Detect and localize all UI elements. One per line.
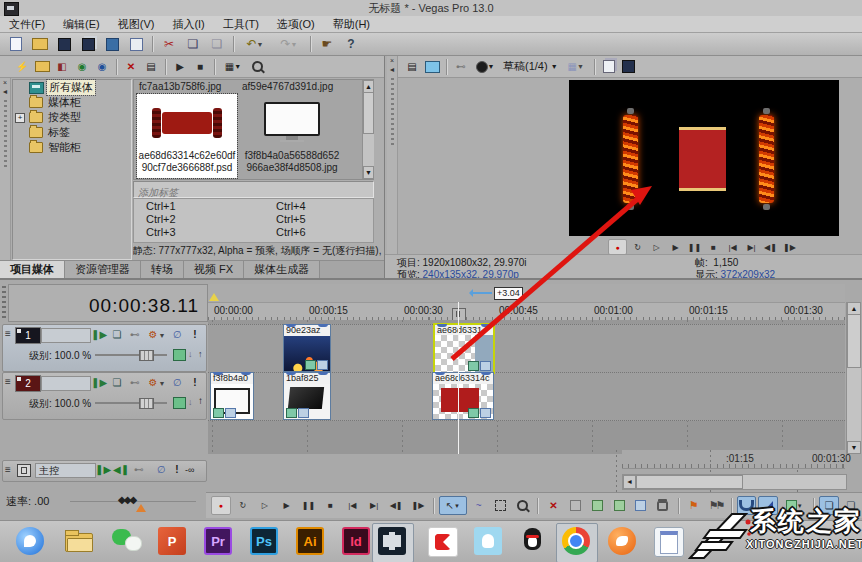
taskbar-chrome-icon[interactable] xyxy=(562,527,592,557)
solo-button[interactable]: ! xyxy=(169,463,185,476)
shortcut-item[interactable]: Ctrl+3 xyxy=(146,226,256,239)
compositing-mode-icon[interactable]: ❚▶ xyxy=(91,376,107,389)
preview-media-stop-button[interactable]: ■ xyxy=(191,59,209,75)
track-2-name-field[interactable] xyxy=(41,376,91,391)
zoom-tool-button[interactable] xyxy=(513,496,533,515)
tree-item-tags[interactable]: 标签 xyxy=(13,125,131,140)
track-1-level-slider[interactable] xyxy=(95,354,167,356)
taskbar-photoshop-icon[interactable]: Ps xyxy=(250,527,280,557)
marker-lane[interactable]: +3.04 xyxy=(208,284,845,302)
tree-item-media-bins[interactable]: 媒体柜 xyxy=(13,95,131,110)
tree-item-all-media[interactable]: 所有媒体 xyxy=(13,80,131,95)
go-to-start-button[interactable]: |◀ xyxy=(342,496,362,515)
taskbar-orange-browser-icon[interactable] xyxy=(608,527,638,557)
track-fx-plug-icon[interactable]: ⊷ xyxy=(127,328,143,341)
time-ruler[interactable]: 00:00:00 00:00:15 00:00:30 00:00:45 00:0… xyxy=(208,302,845,322)
mute-button[interactable]: ∅ xyxy=(169,328,185,341)
shortcut-item[interactable]: Ctrl+2 xyxy=(146,213,256,226)
event-fx-icon[interactable] xyxy=(225,408,236,418)
chevron-down-icon[interactable]: ▼ xyxy=(158,329,166,342)
project-video-properties-button[interactable]: ▤ xyxy=(403,59,421,75)
tree-item-smart-bins[interactable]: 智能柜 xyxy=(13,140,131,155)
event-pan-crop-icon[interactable] xyxy=(305,360,316,370)
rate-scrub-handle[interactable]: ◆◆◆ xyxy=(118,494,135,505)
tab-video-fx[interactable]: 视频 FX xyxy=(184,261,244,278)
preview-overlays-button[interactable]: ▦▼ xyxy=(563,59,589,75)
timeline-grip[interactable] xyxy=(2,286,6,318)
mini-time-ruler[interactable]: :01:15 00:01:30 xyxy=(622,450,845,469)
media-item-psd[interactable]: ae68d63314c62e60df 90cf7de366688f.psd xyxy=(137,94,237,178)
mute-button[interactable]: ∅ xyxy=(169,376,185,389)
scrollbar-thumb[interactable] xyxy=(847,314,861,368)
play-button[interactable]: ▶ xyxy=(667,240,684,254)
shortcut-item[interactable]: Ctrl+6 xyxy=(276,226,386,239)
make-child-arrow-icon[interactable]: ↓ xyxy=(188,397,193,407)
pause-button[interactable]: ❚❚ xyxy=(686,240,703,254)
import-media-button[interactable] xyxy=(33,59,51,75)
split-screen-view-button[interactable]: ▼ xyxy=(472,59,498,75)
close-panel-button[interactable]: × xyxy=(387,56,397,65)
paste-button[interactable]: ❏ xyxy=(206,34,228,54)
taskbar-indesign-icon[interactable]: Id xyxy=(342,527,372,557)
panel-grip[interactable] xyxy=(4,100,7,170)
pause-button[interactable]: ❚❚ xyxy=(299,496,319,515)
go-to-end-button[interactable]: ▶| xyxy=(364,496,384,515)
tab-transitions[interactable]: 转场 xyxy=(141,261,184,278)
track-motion-icon[interactable]: ❏ xyxy=(109,376,125,389)
tab-media-generators[interactable]: 媒体生成器 xyxy=(244,261,320,278)
fade-handle[interactable] xyxy=(481,324,491,327)
next-frame-button[interactable]: ❚▶ xyxy=(781,240,798,254)
tab-explorer[interactable]: 资源管理器 xyxy=(65,261,141,278)
external-monitor-button[interactable] xyxy=(423,59,441,75)
track-2-number[interactable]: 2 xyxy=(15,375,41,392)
timeline-hscrollbar[interactable]: ◄ xyxy=(622,474,847,490)
menu-tools[interactable]: 工具(T) xyxy=(214,16,268,32)
event-fx-icon[interactable] xyxy=(480,361,491,371)
previous-frame-button[interactable]: ◀❚ xyxy=(386,496,406,515)
lock-event-button[interactable] xyxy=(653,496,673,515)
fade-handle[interactable] xyxy=(437,324,447,327)
media-select-button[interactable]: ▤ xyxy=(142,59,160,75)
cut-button[interactable]: ✂ xyxy=(158,34,180,54)
composite-child-icon[interactable] xyxy=(173,349,186,361)
menu-options[interactable]: 选项(O) xyxy=(268,16,324,32)
scrollbar-thumb[interactable] xyxy=(363,92,374,134)
stop-button[interactable]: ■ xyxy=(705,240,722,254)
mute-button[interactable]: ∅ xyxy=(153,463,169,476)
close-panel-button[interactable]: × xyxy=(0,78,10,87)
go-to-start-button[interactable]: |◀ xyxy=(724,240,741,254)
solo-button[interactable]: ! xyxy=(187,376,203,389)
next-frame-button[interactable]: ❚▶ xyxy=(408,496,428,515)
normal-edit-tool-button[interactable]: ↖▼ xyxy=(439,496,467,515)
previous-frame-button[interactable]: ◀❚ xyxy=(762,240,779,254)
shortcut-item[interactable]: Ctrl+1 xyxy=(146,200,256,213)
copy-button[interactable]: ❏ xyxy=(182,34,204,54)
rate-marker-triangle[interactable] xyxy=(136,504,146,512)
track-grip-icon[interactable]: ≡ xyxy=(5,376,11,387)
trim-start-button[interactable] xyxy=(565,496,585,515)
delete-button[interactable]: ✕ xyxy=(543,496,563,515)
track-1-level-thumb[interactable] xyxy=(139,350,154,361)
track-1-name-field[interactable] xyxy=(41,328,91,343)
menu-view[interactable]: 视图(V) xyxy=(109,16,164,32)
taskbar-video-app-icon[interactable] xyxy=(428,527,458,557)
bus-fx-plug-icon[interactable]: ⊷ xyxy=(131,463,147,476)
fade-handle[interactable] xyxy=(318,324,328,327)
make-parent-arrow-icon[interactable]: ↑ xyxy=(198,349,203,359)
track-1-number[interactable]: 1 xyxy=(15,327,41,344)
taskbar-blue-app-icon[interactable] xyxy=(474,527,504,557)
track-fx-plug-icon[interactable]: ⊷ xyxy=(127,376,143,389)
taskbar-file-explorer-icon[interactable] xyxy=(64,527,94,557)
record-button[interactable]: ● xyxy=(211,496,231,515)
open-in-trimmer-button[interactable] xyxy=(125,34,147,54)
track-grip-icon[interactable]: ≡ xyxy=(5,464,11,475)
media-item-jpg[interactable]: f3f8b4a0a56588d652 966ae38f4d8508.jpg xyxy=(240,94,344,178)
record-button[interactable]: ● xyxy=(608,239,627,255)
track-2-header[interactable]: ≡ 2 ❚▶ ❏ ⊷ ⚙ ▼ ∅ ! 级别: 100.0 % ↓ ↑ xyxy=(2,372,207,420)
envelope-tool-button[interactable]: ~ xyxy=(469,496,489,515)
taskbar-vegas-pro-icon-active[interactable] xyxy=(378,527,408,557)
compositing-mode-icon[interactable]: ❚▶ xyxy=(91,328,107,341)
shortcut-item[interactable]: Ctrl+5 xyxy=(276,213,386,226)
taskbar-powerpoint-icon[interactable]: P xyxy=(158,527,188,557)
timeline-event-1baf825[interactable]: 1baf825 xyxy=(283,372,331,420)
